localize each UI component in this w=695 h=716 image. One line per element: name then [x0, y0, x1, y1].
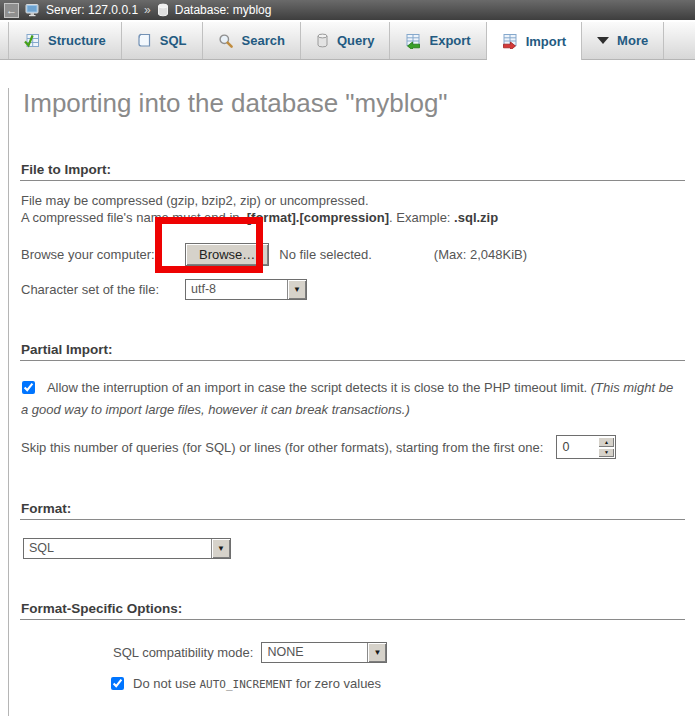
tab-label: Import [526, 34, 566, 49]
back-button[interactable]: ← [4, 3, 19, 18]
auto-increment-checkbox[interactable] [111, 677, 124, 690]
spinner-up-icon[interactable]: ▲ [598, 437, 614, 447]
tab-export[interactable]: Export [390, 22, 486, 59]
browse-row: Browse your computer: Browse… No file se… [21, 243, 687, 266]
search-icon [218, 33, 234, 49]
charset-row: Character set of the file: utf-8 ▼ [21, 279, 687, 300]
allow-interruption-row: Allow the interruption of an import in c… [21, 377, 681, 421]
line2-mid: . Example: [389, 210, 454, 225]
tab-structure[interactable]: Structure [8, 22, 122, 59]
format-row: SQL ▼ [23, 538, 687, 559]
tab-sql[interactable]: SQL [122, 22, 203, 59]
structure-icon [24, 33, 40, 49]
allow-interruption-text: Allow the interruption of an import in c… [47, 380, 591, 395]
browse-button[interactable]: Browse… [185, 243, 269, 266]
max-size-text: (Max: 2,048KiB) [434, 247, 527, 262]
no-file-selected-text: No file selected. [279, 247, 372, 262]
section-heading-partial-import: Partial Import: [20, 342, 685, 361]
tab-import[interactable]: Import [487, 22, 582, 60]
format-selected-value: SQL [24, 539, 211, 558]
sql-compat-selected-value: NONE [262, 643, 367, 662]
tab-label: More [617, 33, 648, 48]
chevron-down-icon [597, 37, 609, 44]
allow-interruption-checkbox[interactable] [22, 381, 35, 394]
tab-bar: Structure SQL Search Query [0, 20, 695, 60]
sql-compat-select[interactable]: NONE ▼ [261, 642, 387, 663]
breadcrumb-database-link[interactable]: Database: myblog [175, 3, 272, 17]
sql-compat-row: SQL compatibility mode: NONE ▼ [113, 642, 687, 663]
section-heading-format: Format: [20, 501, 685, 520]
charset-select[interactable]: utf-8 ▼ [185, 279, 307, 300]
spinner-buttons: ▲ ▼ [597, 436, 615, 458]
sql-compat-label: SQL compatibility mode: [113, 645, 253, 660]
section-heading-file-to-import: File to Import: [20, 162, 685, 181]
breadcrumb-separator: » [144, 3, 151, 17]
dropdown-arrow-icon[interactable]: ▼ [367, 643, 386, 662]
query-icon [316, 33, 329, 48]
section-heading-format-options: Format-Specific Options: [20, 601, 685, 620]
server-icon [25, 3, 40, 17]
tab-label: Search [242, 33, 285, 48]
autoinc-suffix: for zero values [292, 676, 381, 691]
breadcrumb-server-link[interactable]: Server: 127.0.0.1 [46, 3, 138, 17]
tab-label: Query [337, 33, 375, 48]
compression-info-line2: A compressed file's name must end in .[f… [21, 209, 687, 226]
autoinc-code: AUTO_INCREMENT [200, 678, 293, 691]
export-icon [405, 33, 421, 49]
browse-label: Browse your computer: [21, 247, 173, 262]
tab-label: Export [429, 33, 470, 48]
dropdown-arrow-icon[interactable]: ▼ [287, 280, 306, 299]
page-title: Importing into the database "myblog" [23, 88, 687, 119]
spinner-down-icon[interactable]: ▼ [598, 448, 614, 458]
auto-increment-text: Do not use AUTO_INCREMENT for zero value… [133, 676, 381, 691]
sql-icon [137, 33, 152, 49]
tab-label: Structure [48, 33, 106, 48]
skip-queries-row: Skip this number of queries (for SQL) or… [21, 435, 687, 459]
import-icon [502, 33, 518, 49]
skip-queries-input[interactable]: 0 ▲ ▼ [556, 435, 616, 459]
format-select[interactable]: SQL ▼ [23, 538, 231, 559]
charset-selected-value: utf-8 [186, 280, 287, 299]
tab-more[interactable]: More [582, 22, 664, 59]
tab-label: SQL [160, 33, 187, 48]
line2-example: .sql.zip [454, 210, 498, 225]
line2-format-pattern: .[format].[compression] [243, 210, 389, 225]
compression-info-line1: File may be compressed (gzip, bzip2, zip… [21, 192, 687, 209]
charset-label: Character set of the file: [21, 282, 173, 297]
breadcrumb-bar: ← Server: 127.0.0.1 » Database: myblog [0, 0, 695, 20]
dropdown-arrow-icon[interactable]: ▼ [211, 539, 230, 558]
skip-queries-label: Skip this number of queries (for SQL) or… [21, 440, 543, 455]
auto-increment-row: Do not use AUTO_INCREMENT for zero value… [111, 676, 687, 691]
tab-query[interactable]: Query [301, 22, 391, 59]
autoinc-prefix: Do not use [133, 676, 200, 691]
skip-queries-value: 0 [557, 436, 597, 458]
line2-prefix: A compressed file's name must end in [21, 210, 243, 225]
main-content: Importing into the database "myblog" Fil… [8, 88, 695, 716]
database-icon [157, 3, 169, 17]
tab-search[interactable]: Search [203, 22, 301, 59]
